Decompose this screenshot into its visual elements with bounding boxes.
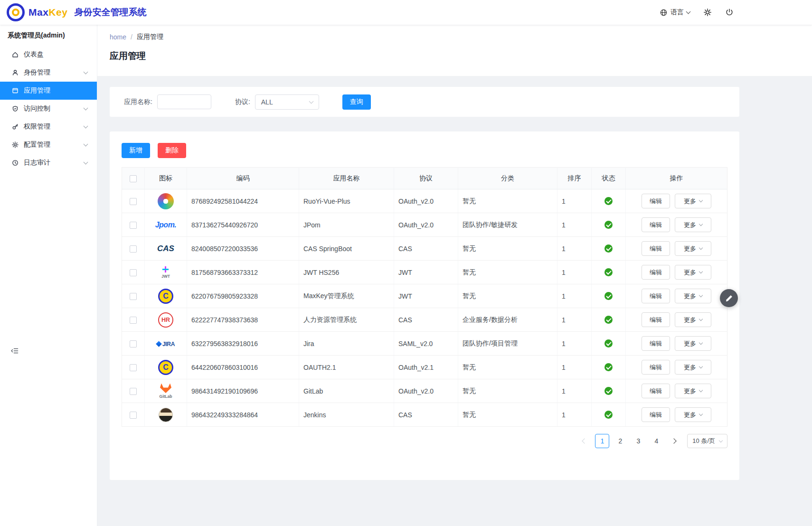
next-page-button[interactable] — [667, 434, 680, 448]
shield-check-icon — [11, 105, 19, 113]
sidebar: 系统管理员(admin) 仪表盘 身份管理 应用管理 访问控制 权限管理 配置管… — [0, 25, 97, 526]
chevron-down-icon — [699, 365, 703, 368]
cell-category: 暂无 — [458, 284, 557, 308]
chevron-down-icon — [84, 106, 88, 111]
edit-button[interactable]: 编辑 — [642, 312, 670, 327]
chevron-right-icon — [671, 438, 677, 443]
cell-status — [592, 237, 626, 261]
edit-button[interactable]: 编辑 — [642, 289, 670, 303]
cell-actions: 编辑 更多 — [626, 308, 727, 332]
row-checkbox[interactable] — [130, 317, 137, 324]
more-button[interactable]: 更多 — [675, 265, 711, 280]
row-checkbox[interactable] — [130, 388, 137, 395]
cell-icon — [145, 403, 187, 427]
chevron-down-icon — [699, 270, 703, 273]
cell-select — [122, 379, 145, 403]
sidebar-item-label: 身份管理 — [24, 68, 50, 77]
row-checkbox[interactable] — [130, 269, 137, 276]
pagination: 1 2 3 4 10 条/页 — [122, 434, 727, 448]
sidebar-item-identity[interactable]: 身份管理 — [0, 64, 97, 82]
header-status: 状态 — [592, 168, 626, 189]
table-row: HR 622227747938373638 人力资源管理系统 CAS 企业服务/… — [122, 308, 727, 332]
cell-category: 暂无 — [458, 379, 557, 403]
edit-button[interactable]: 编辑 — [642, 360, 670, 375]
cell-select — [122, 356, 145, 379]
cell-actions: 编辑 更多 — [626, 379, 727, 403]
more-button[interactable]: 更多 — [675, 241, 711, 256]
main-content: home / 应用管理 应用管理 应用名称: 协议: ALL 查询 新增 删除 — [97, 25, 812, 526]
cell-select — [122, 332, 145, 356]
more-button[interactable]: 更多 — [675, 384, 711, 398]
cell-protocol: CAS — [394, 403, 458, 427]
edit-button[interactable]: 编辑 — [642, 194, 670, 208]
cell-name: Jira — [299, 332, 394, 356]
cell-protocol: SAML_v2.0 — [394, 332, 458, 356]
cell-actions: 编辑 更多 — [626, 261, 727, 284]
cell-select — [122, 284, 145, 308]
more-label: 更多 — [684, 411, 696, 419]
search-button[interactable]: 查询 — [342, 94, 371, 110]
more-button[interactable]: 更多 — [675, 194, 711, 208]
page-button-1[interactable]: 1 — [595, 434, 609, 448]
settings-button[interactable] — [703, 8, 712, 17]
app-name-input[interactable] — [157, 94, 211, 109]
more-button[interactable]: 更多 — [675, 407, 711, 422]
row-checkbox[interactable] — [130, 340, 137, 348]
chevron-down-icon — [699, 246, 703, 250]
sidebar-item-config[interactable]: 配置管理 — [0, 136, 97, 154]
gitlab-fox-icon — [160, 383, 171, 393]
protocol-select[interactable]: ALL — [255, 94, 319, 110]
cell-name: CAS SpringBoot — [299, 237, 394, 261]
sidebar-item-audit[interactable]: 日志审计 — [0, 154, 97, 172]
status-active-icon — [604, 363, 613, 371]
sidebar-item-access[interactable]: 访问控制 — [0, 100, 97, 118]
cell-status — [592, 213, 626, 237]
more-button[interactable]: 更多 — [675, 336, 711, 351]
row-checkbox[interactable] — [130, 364, 137, 371]
floating-tool-button[interactable] — [720, 289, 738, 307]
row-checkbox[interactable] — [130, 245, 137, 253]
sidebar-item-dashboard[interactable]: 仪表盘 — [0, 46, 97, 64]
header-category: 分类 — [458, 168, 557, 189]
sidebar-nav: 仪表盘 身份管理 应用管理 访问控制 权限管理 配置管理 日志审计 — [0, 46, 97, 172]
sidebar-item-label: 权限管理 — [24, 122, 50, 131]
app-window-icon — [11, 87, 19, 94]
page-button-3[interactable]: 3 — [631, 434, 645, 448]
row-checkbox[interactable] — [130, 412, 137, 419]
cell-category: 企业服务/数据分析 — [458, 308, 557, 332]
page-button-2[interactable]: 2 — [613, 434, 627, 448]
edit-button[interactable]: 编辑 — [642, 241, 670, 256]
add-button[interactable]: 新增 — [122, 143, 150, 158]
edit-button[interactable]: 编辑 — [642, 384, 670, 398]
status-active-icon — [604, 197, 613, 205]
edit-button[interactable]: 编辑 — [642, 217, 670, 232]
more-button[interactable]: 更多 — [675, 360, 711, 375]
sidebar-collapse-button[interactable] — [10, 347, 19, 357]
cell-status — [592, 379, 626, 403]
delete-button[interactable]: 删除 — [158, 143, 186, 158]
sidebar-item-apps[interactable]: 应用管理 — [0, 82, 97, 100]
breadcrumb: home / 应用管理 — [110, 33, 800, 41]
chevron-down-icon — [699, 222, 703, 226]
row-checkbox[interactable] — [130, 293, 137, 300]
page-button-4[interactable]: 4 — [649, 434, 663, 448]
more-button[interactable]: 更多 — [675, 312, 711, 327]
logout-button[interactable] — [725, 8, 734, 17]
prev-page-button[interactable] — [578, 434, 591, 448]
select-all-checkbox[interactable] — [130, 175, 137, 182]
table-row: CAS 824008507220033536 CAS SpringBoot CA… — [122, 237, 727, 261]
edit-button[interactable]: 编辑 — [642, 265, 670, 280]
breadcrumb-home-link[interactable]: home — [110, 33, 126, 41]
page-size-select[interactable]: 10 条/页 — [687, 434, 727, 448]
edit-button[interactable]: 编辑 — [642, 407, 670, 422]
language-selector[interactable]: 语言 — [660, 8, 690, 17]
row-checkbox[interactable] — [130, 198, 137, 205]
more-label: 更多 — [684, 244, 696, 253]
sidebar-item-label: 仪表盘 — [24, 50, 44, 59]
more-button[interactable]: 更多 — [675, 289, 711, 303]
row-checkbox[interactable] — [130, 222, 137, 229]
breadcrumb-separator: / — [131, 33, 132, 41]
edit-button[interactable]: 编辑 — [642, 336, 670, 351]
sidebar-item-permissions[interactable]: 权限管理 — [0, 118, 97, 136]
more-button[interactable]: 更多 — [675, 217, 711, 232]
